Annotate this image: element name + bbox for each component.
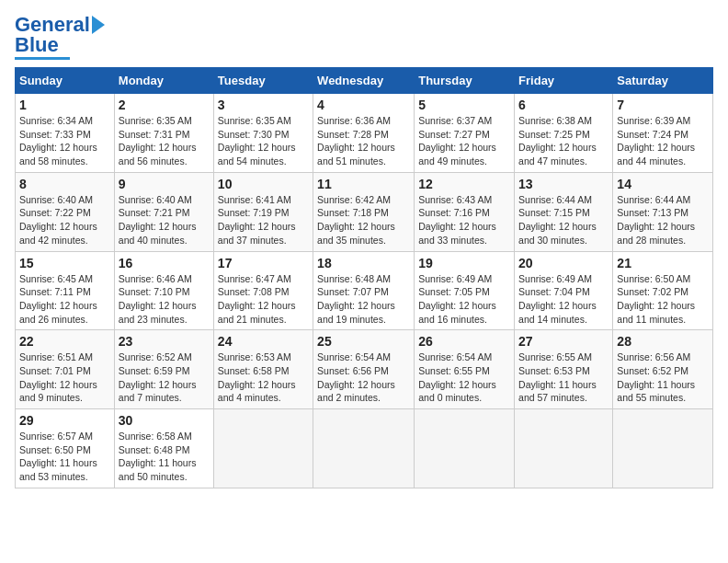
calendar-cell: 26 Sunrise: 6:54 AMSunset: 6:55 PMDaylig… — [415, 330, 515, 409]
header-friday: Friday — [515, 68, 613, 94]
calendar-cell: 13 Sunrise: 6:44 AMSunset: 7:15 PMDaylig… — [515, 172, 613, 251]
calendar-cell: 14 Sunrise: 6:44 AMSunset: 7:13 PMDaylig… — [613, 172, 713, 251]
calendar-cell: 6 Sunrise: 6:38 AMSunset: 7:25 PMDayligh… — [515, 94, 613, 173]
header-monday: Monday — [114, 68, 213, 94]
day-info: Sunrise: 6:55 AMSunset: 6:53 PMDaylight:… — [518, 351, 597, 403]
day-number: 8 — [19, 177, 110, 191]
day-number: 24 — [218, 334, 309, 349]
day-info: Sunrise: 6:53 AMSunset: 6:58 PMDaylight:… — [218, 351, 296, 403]
calendar-table: SundayMondayTuesdayWednesdayThursdayFrid… — [15, 67, 713, 488]
calendar-cell — [415, 409, 515, 488]
day-info: Sunrise: 6:48 AMSunset: 7:07 PMDaylight:… — [317, 273, 395, 325]
calendar-cell: 10 Sunrise: 6:41 AMSunset: 7:19 PMDaylig… — [213, 172, 313, 251]
day-info: Sunrise: 6:57 AMSunset: 6:50 PMDaylight:… — [19, 431, 97, 482]
day-number: 20 — [518, 256, 609, 270]
calendar-cell: 7 Sunrise: 6:39 AMSunset: 7:24 PMDayligh… — [613, 94, 713, 173]
day-info: Sunrise: 6:52 AMSunset: 6:59 PMDaylight:… — [119, 351, 197, 403]
logo-line — [15, 57, 70, 60]
day-info: Sunrise: 6:47 AMSunset: 7:08 PMDaylight:… — [218, 273, 296, 325]
calendar-cell — [515, 409, 613, 488]
day-info: Sunrise: 6:43 AMSunset: 7:16 PMDaylight:… — [418, 194, 496, 246]
calendar-cell: 9 Sunrise: 6:40 AMSunset: 7:21 PMDayligh… — [114, 172, 213, 251]
day-number: 17 — [218, 256, 309, 270]
calendar-cell — [613, 409, 713, 488]
day-number: 23 — [119, 334, 210, 349]
day-number: 2 — [119, 98, 210, 112]
calendar-cell: 24 Sunrise: 6:53 AMSunset: 6:58 PMDaylig… — [213, 330, 313, 409]
day-info: Sunrise: 6:37 AMSunset: 7:27 PMDaylight:… — [418, 115, 496, 167]
calendar-cell: 19 Sunrise: 6:49 AMSunset: 7:05 PMDaylig… — [415, 251, 515, 330]
header-tuesday: Tuesday — [213, 68, 313, 94]
day-number: 3 — [218, 98, 309, 112]
header-wednesday: Wednesday — [313, 68, 415, 94]
calendar-cell — [313, 409, 415, 488]
calendar-cell: 29 Sunrise: 6:57 AMSunset: 6:50 PMDaylig… — [16, 409, 115, 488]
day-number: 22 — [19, 334, 110, 349]
day-info: Sunrise: 6:46 AMSunset: 7:10 PMDaylight:… — [119, 273, 197, 325]
logo: General Blue — [15, 15, 105, 60]
calendar-cell: 11 Sunrise: 6:42 AMSunset: 7:18 PMDaylig… — [313, 172, 415, 251]
day-number: 12 — [418, 177, 510, 191]
day-info: Sunrise: 6:41 AMSunset: 7:19 PMDaylight:… — [218, 194, 296, 246]
calendar-week-row: 8 Sunrise: 6:40 AMSunset: 7:22 PMDayligh… — [16, 172, 713, 251]
calendar-cell: 3 Sunrise: 6:35 AMSunset: 7:30 PMDayligh… — [213, 94, 313, 173]
day-number: 15 — [19, 256, 110, 270]
day-number: 30 — [119, 413, 210, 428]
day-info: Sunrise: 6:54 AMSunset: 6:56 PMDaylight:… — [317, 351, 395, 403]
day-number: 14 — [617, 177, 709, 191]
day-number: 1 — [19, 98, 110, 112]
day-info: Sunrise: 6:58 AMSunset: 6:48 PMDaylight:… — [119, 431, 197, 482]
day-info: Sunrise: 6:44 AMSunset: 7:15 PMDaylight:… — [518, 194, 597, 246]
day-number: 6 — [518, 98, 609, 112]
day-number: 13 — [518, 177, 609, 191]
day-info: Sunrise: 6:49 AMSunset: 7:05 PMDaylight:… — [418, 273, 496, 325]
day-info: Sunrise: 6:51 AMSunset: 7:01 PMDaylight:… — [19, 351, 97, 403]
logo-blue-text: Blue — [15, 35, 59, 55]
calendar-cell — [213, 409, 313, 488]
calendar-week-row: 29 Sunrise: 6:57 AMSunset: 6:50 PMDaylig… — [16, 409, 713, 488]
calendar-cell: 30 Sunrise: 6:58 AMSunset: 6:48 PMDaylig… — [114, 409, 213, 488]
calendar-header-row: SundayMondayTuesdayWednesdayThursdayFrid… — [16, 68, 713, 94]
day-info: Sunrise: 6:49 AMSunset: 7:04 PMDaylight:… — [518, 273, 597, 325]
calendar-cell: 25 Sunrise: 6:54 AMSunset: 6:56 PMDaylig… — [313, 330, 415, 409]
calendar-week-row: 22 Sunrise: 6:51 AMSunset: 7:01 PMDaylig… — [16, 330, 713, 409]
day-number: 28 — [617, 334, 709, 349]
day-info: Sunrise: 6:35 AMSunset: 7:30 PMDaylight:… — [218, 115, 296, 167]
calendar-cell: 28 Sunrise: 6:56 AMSunset: 6:52 PMDaylig… — [613, 330, 713, 409]
calendar-week-row: 1 Sunrise: 6:34 AMSunset: 7:33 PMDayligh… — [16, 94, 713, 173]
day-number: 18 — [317, 256, 410, 270]
page-header: General Blue — [15, 15, 713, 60]
calendar-cell: 5 Sunrise: 6:37 AMSunset: 7:27 PMDayligh… — [415, 94, 515, 173]
day-info: Sunrise: 6:56 AMSunset: 6:52 PMDaylight:… — [617, 351, 695, 403]
calendar-cell: 21 Sunrise: 6:50 AMSunset: 7:02 PMDaylig… — [613, 251, 713, 330]
header-sunday: Sunday — [16, 68, 115, 94]
calendar-cell: 12 Sunrise: 6:43 AMSunset: 7:16 PMDaylig… — [415, 172, 515, 251]
day-info: Sunrise: 6:39 AMSunset: 7:24 PMDaylight:… — [617, 115, 695, 167]
day-info: Sunrise: 6:44 AMSunset: 7:13 PMDaylight:… — [617, 194, 695, 246]
calendar-cell: 23 Sunrise: 6:52 AMSunset: 6:59 PMDaylig… — [114, 330, 213, 409]
day-number: 7 — [617, 98, 709, 112]
day-info: Sunrise: 6:54 AMSunset: 6:55 PMDaylight:… — [418, 351, 496, 403]
day-info: Sunrise: 6:36 AMSunset: 7:28 PMDaylight:… — [317, 115, 395, 167]
calendar-cell: 4 Sunrise: 6:36 AMSunset: 7:28 PMDayligh… — [313, 94, 415, 173]
calendar-body: 1 Sunrise: 6:34 AMSunset: 7:33 PMDayligh… — [16, 94, 713, 488]
day-number: 10 — [218, 177, 309, 191]
day-number: 5 — [418, 98, 510, 112]
day-number: 16 — [119, 256, 210, 270]
day-info: Sunrise: 6:50 AMSunset: 7:02 PMDaylight:… — [617, 273, 695, 325]
day-number: 29 — [19, 413, 110, 428]
day-number: 19 — [418, 256, 510, 270]
calendar-cell: 15 Sunrise: 6:45 AMSunset: 7:11 PMDaylig… — [16, 251, 115, 330]
day-number: 9 — [119, 177, 210, 191]
calendar-cell: 17 Sunrise: 6:47 AMSunset: 7:08 PMDaylig… — [213, 251, 313, 330]
logo-arrow-icon — [92, 16, 105, 34]
day-number: 26 — [418, 334, 510, 349]
calendar-cell: 2 Sunrise: 6:35 AMSunset: 7:31 PMDayligh… — [114, 94, 213, 173]
logo-text: General — [15, 15, 90, 35]
calendar-cell: 18 Sunrise: 6:48 AMSunset: 7:07 PMDaylig… — [313, 251, 415, 330]
day-number: 27 — [518, 334, 609, 349]
calendar-cell: 1 Sunrise: 6:34 AMSunset: 7:33 PMDayligh… — [16, 94, 115, 173]
header-thursday: Thursday — [415, 68, 515, 94]
day-info: Sunrise: 6:38 AMSunset: 7:25 PMDaylight:… — [518, 115, 597, 167]
calendar-cell: 20 Sunrise: 6:49 AMSunset: 7:04 PMDaylig… — [515, 251, 613, 330]
